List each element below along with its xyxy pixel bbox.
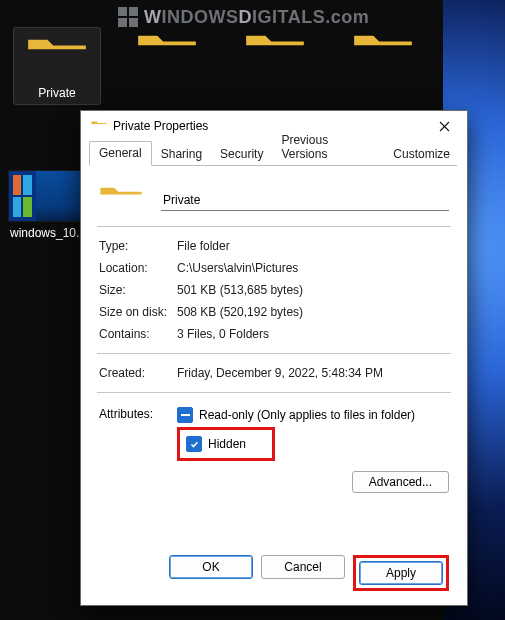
label-attributes: Attributes:	[99, 405, 177, 421]
watermark: WINDOWSDIGITALS.com	[118, 5, 438, 29]
close-button[interactable]	[427, 112, 461, 140]
folder-icon	[136, 28, 198, 78]
folder-icon	[352, 28, 414, 78]
separator	[97, 353, 451, 354]
ok-button[interactable]: OK	[169, 555, 253, 579]
folder-icon	[244, 28, 306, 78]
tab-security[interactable]: Security	[211, 143, 272, 166]
value-size: 501 KB (513,685 bytes)	[177, 283, 303, 297]
label-contains: Contains:	[99, 327, 177, 341]
value-created: Friday, December 9, 2022, 5:48:34 PM	[177, 366, 383, 380]
close-icon	[439, 121, 450, 132]
windows-logo-icon	[118, 7, 138, 27]
checkbox-hidden[interactable]: Hidden	[186, 434, 246, 454]
checkbox-hidden-label: Hidden	[208, 437, 246, 451]
apply-button[interactable]: Apply	[359, 561, 443, 585]
desktop-file-thumbnail[interactable]	[8, 170, 90, 222]
desktop-folder[interactable]	[234, 28, 316, 104]
dialog-title: Private Properties	[113, 119, 208, 133]
folder-icon	[26, 32, 88, 82]
checkbox-readonly[interactable]: Read-only (Only applies to files in fold…	[177, 405, 449, 425]
label-size-on-disk: Size on disk:	[99, 305, 177, 319]
apply-highlight: Apply	[353, 555, 449, 591]
desktop-folder[interactable]	[342, 28, 424, 104]
checkbox-icon	[186, 436, 202, 452]
label-type: Type:	[99, 239, 177, 253]
advanced-button[interactable]: Advanced...	[352, 471, 449, 493]
separator	[97, 392, 451, 393]
value-location: C:\Users\alvin\Pictures	[177, 261, 298, 275]
value-type: File folder	[177, 239, 230, 253]
value-contains: 3 Files, 0 Folders	[177, 327, 269, 341]
label-location: Location:	[99, 261, 177, 275]
start-tiles-icon	[9, 171, 36, 221]
label-created: Created:	[99, 366, 177, 380]
properties-dialog: Private Properties General Sharing Secur…	[80, 110, 468, 606]
dialog-buttons: OK Cancel Apply	[169, 555, 449, 591]
folder-name-input[interactable]	[161, 189, 449, 211]
checkbox-icon	[177, 407, 193, 423]
cancel-button[interactable]: Cancel	[261, 555, 345, 579]
desktop-folder-label: Private	[38, 86, 75, 100]
separator	[97, 226, 451, 227]
desktop-folder-row: Private	[0, 28, 443, 104]
tab-strip: General Sharing Security Previous Versio…	[81, 141, 467, 166]
tab-sharing[interactable]: Sharing	[152, 143, 211, 166]
folder-icon	[91, 119, 107, 133]
folder-icon	[99, 182, 143, 218]
desktop-folder[interactable]	[126, 28, 208, 104]
tab-previous-versions[interactable]: Previous Versions	[272, 129, 384, 166]
value-size-on-disk: 508 KB (520,192 bytes)	[177, 305, 303, 319]
tab-general[interactable]: General	[89, 141, 152, 166]
label-size: Size:	[99, 283, 177, 297]
checkbox-readonly-label: Read-only (Only applies to files in fold…	[199, 408, 415, 422]
tab-customize[interactable]: Customize	[384, 143, 459, 166]
desktop-folder-private[interactable]: Private	[14, 28, 100, 104]
hidden-highlight: Hidden	[177, 427, 275, 461]
